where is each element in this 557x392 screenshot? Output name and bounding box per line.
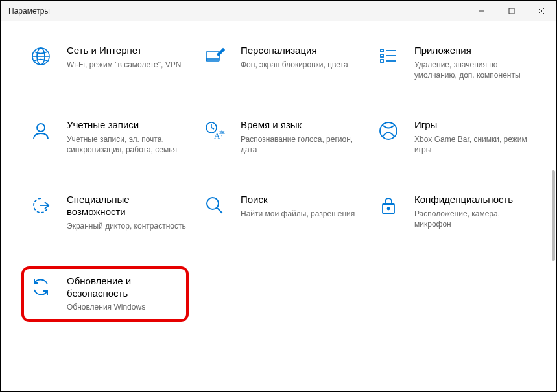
globe-icon [29, 46, 53, 67]
tile-text: Игры Xbox Game Bar, снимки, режим игры [414, 119, 534, 155]
tile-text: Обновление и безопасность Обновления Win… [67, 275, 181, 313]
tile-network[interactable]: Сеть и Интернет Wi-Fi, режим "в самолете… [27, 41, 189, 84]
tile-gaming[interactable]: Игры Xbox Game Bar, снимки, режим игры [374, 115, 536, 159]
window-controls [467, 1, 556, 21]
tile-desc: Учетные записи, эл. почта, синхронизация… [67, 134, 186, 155]
tile-title: Время и язык [241, 119, 360, 132]
tile-title: Сеть и Интернет [67, 45, 186, 57]
tile-desc: Xbox Game Bar, снимки, режим игры [414, 134, 534, 155]
titlebar: Параметры [1, 1, 556, 21]
ease-of-access-icon [29, 195, 53, 216]
time-language-icon: A 字 [203, 121, 226, 141]
svg-rect-13 [381, 60, 383, 62]
tile-time-language[interactable]: A 字 Время и язык Распознавание голоса, р… [200, 115, 362, 159]
svg-rect-11 [381, 54, 383, 57]
tile-text: Специальные возможности Экранный диктор,… [67, 194, 186, 231]
tile-title: Приложения [414, 45, 534, 57]
tile-text: Сеть и Интернет Wi-Fi, режим "в самолете… [67, 45, 186, 70]
tile-title: Обновление и безопасность [67, 275, 181, 300]
svg-line-18 [211, 128, 214, 129]
svg-rect-1 [509, 8, 514, 14]
tile-privacy[interactable]: Конфиденциальность Расположение, камера,… [374, 190, 536, 235]
tile-desc: Найти мои файлы, разрешения [241, 209, 360, 219]
window-title: Параметры [8, 6, 467, 16]
tile-search[interactable]: Поиск Найти мои файлы, разрешения [200, 190, 362, 235]
svg-point-21 [380, 122, 397, 139]
tile-desc: Обновления Windows [67, 302, 181, 312]
tile-text: Конфиденциальность Расположение, камера,… [414, 194, 534, 229]
tile-title: Персонализация [241, 45, 360, 57]
tile-text: Приложения Удаление, значения по умолчан… [414, 45, 534, 80]
svg-point-23 [207, 198, 219, 209]
settings-content: Сеть и Интернет Wi-Fi, режим "в самолете… [1, 21, 556, 391]
svg-text:字: 字 [219, 130, 225, 137]
tile-text: Поиск Найти мои файлы, разрешения [241, 194, 360, 219]
tile-apps[interactable]: Приложения Удаление, значения по умолчан… [374, 41, 536, 84]
tile-text: Учетные записи Учетные записи, эл. почта… [67, 119, 186, 155]
xbox-icon [377, 121, 400, 141]
lock-icon [377, 195, 400, 216]
sync-icon [29, 277, 53, 297]
scrollbar-thumb[interactable] [552, 170, 555, 261]
tile-update-security[interactable]: Обновление и безопасность Обновления Win… [21, 266, 189, 322]
search-icon [203, 195, 226, 216]
tile-desc: Удаление, значения по умолчанию, доп. ко… [414, 60, 534, 80]
tile-desc: Распознавание голоса, регион, дата [241, 134, 360, 155]
tile-desc: Wi-Fi, режим "в самолете", VPN [67, 60, 186, 70]
paintbrush-icon [203, 46, 226, 67]
tile-title: Учетные записи [67, 119, 186, 132]
svg-rect-7 [206, 52, 219, 61]
tile-accessibility[interactable]: Специальные возможности Экранный диктор,… [27, 190, 189, 235]
tile-desc: Расположение, камера, микрофон [414, 209, 534, 229]
tile-personalization[interactable]: Персонализация Фон, экран блокировки, цв… [200, 41, 362, 84]
tile-accounts[interactable]: Учетные записи Учетные записи, эл. почта… [27, 115, 189, 159]
tile-title: Игры [414, 119, 534, 132]
person-icon [29, 121, 53, 141]
svg-rect-9 [381, 49, 383, 52]
tile-text: Персонализация Фон, экран блокировки, цв… [241, 45, 360, 70]
tile-title: Специальные возможности [67, 194, 186, 218]
apps-list-icon [377, 46, 400, 67]
tile-title: Конфиденциальность [414, 194, 534, 206]
close-button[interactable] [527, 1, 556, 21]
settings-grid: Сеть и Интернет Wi-Fi, режим "в самолете… [27, 41, 550, 322]
tile-title: Поиск [241, 194, 360, 206]
tile-desc: Экранный диктор, контрастность [67, 221, 186, 231]
minimize-button[interactable] [467, 1, 497, 21]
svg-point-26 [388, 208, 390, 210]
svg-point-15 [37, 124, 45, 132]
tile-desc: Фон, экран блокировки, цвета [241, 60, 360, 70]
maximize-button[interactable] [497, 1, 527, 21]
svg-line-24 [217, 208, 222, 213]
tile-text: Время и язык Распознавание голоса, регио… [241, 119, 360, 155]
